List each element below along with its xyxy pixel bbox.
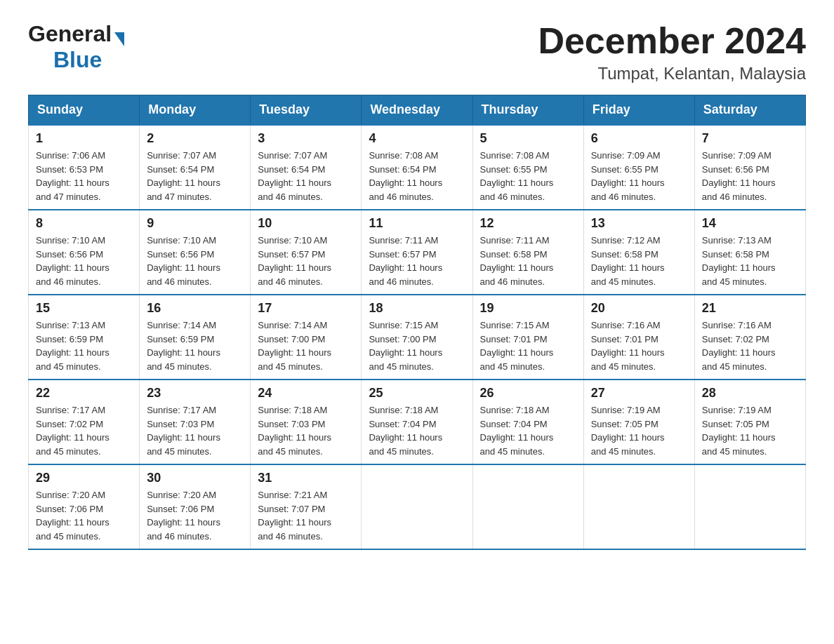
day-info: Sunrise: 7:20 AMSunset: 7:06 PMDaylight:…	[36, 488, 132, 543]
weekday-header-friday: Friday	[583, 95, 694, 126]
day-info: Sunrise: 7:09 AMSunset: 6:56 PMDaylight:…	[702, 149, 798, 203]
calendar-week-row: 8Sunrise: 7:10 AMSunset: 6:56 PMDaylight…	[29, 210, 806, 295]
day-number: 25	[369, 386, 465, 401]
day-info: Sunrise: 7:15 AMSunset: 7:00 PMDaylight:…	[369, 318, 465, 373]
day-number: 21	[702, 301, 798, 316]
empty-day-cell	[694, 464, 805, 549]
calendar-day-cell: 4Sunrise: 7:08 AMSunset: 6:54 PMDaylight…	[362, 125, 472, 210]
day-number: 13	[591, 216, 687, 231]
day-info: Sunrise: 7:11 AMSunset: 6:58 PMDaylight:…	[480, 234, 576, 288]
calendar-day-cell: 20Sunrise: 7:16 AMSunset: 7:01 PMDayligh…	[583, 295, 694, 380]
day-number: 27	[591, 386, 687, 401]
day-info: Sunrise: 7:16 AMSunset: 7:01 PMDaylight:…	[591, 318, 687, 373]
day-info: Sunrise: 7:20 AMSunset: 7:06 PMDaylight:…	[147, 488, 243, 543]
day-info: Sunrise: 7:07 AMSunset: 6:54 PMDaylight:…	[258, 149, 354, 203]
day-info: Sunrise: 7:13 AMSunset: 6:58 PMDaylight:…	[702, 234, 798, 288]
day-info: Sunrise: 7:21 AMSunset: 7:07 PMDaylight:…	[258, 488, 354, 543]
day-info: Sunrise: 7:06 AMSunset: 6:53 PMDaylight:…	[36, 149, 132, 203]
calendar-day-cell: 12Sunrise: 7:11 AMSunset: 6:58 PMDayligh…	[472, 210, 583, 295]
day-number: 5	[480, 131, 576, 146]
calendar-day-cell: 23Sunrise: 7:17 AMSunset: 7:03 PMDayligh…	[140, 380, 251, 464]
day-info: Sunrise: 7:08 AMSunset: 6:54 PMDaylight:…	[369, 149, 465, 203]
calendar-day-cell: 14Sunrise: 7:13 AMSunset: 6:58 PMDayligh…	[694, 210, 805, 295]
page-header: General Blue December 2024 Tumpat, Kelan…	[28, 21, 806, 83]
day-info: Sunrise: 7:14 AMSunset: 6:59 PMDaylight:…	[147, 318, 243, 373]
day-info: Sunrise: 7:17 AMSunset: 7:02 PMDaylight:…	[36, 403, 132, 458]
location-title: Tumpat, Kelantan, Malaysia	[538, 64, 806, 83]
empty-day-cell	[472, 464, 583, 549]
day-info: Sunrise: 7:11 AMSunset: 6:57 PMDaylight:…	[369, 234, 465, 288]
day-number: 28	[702, 386, 798, 401]
day-number: 3	[258, 131, 354, 146]
calendar-day-cell: 5Sunrise: 7:08 AMSunset: 6:55 PMDaylight…	[472, 125, 583, 210]
day-info: Sunrise: 7:10 AMSunset: 6:57 PMDaylight:…	[258, 234, 354, 288]
day-number: 22	[36, 386, 132, 401]
day-number: 23	[147, 386, 243, 401]
day-info: Sunrise: 7:07 AMSunset: 6:54 PMDaylight:…	[147, 149, 243, 203]
calendar-day-cell: 16Sunrise: 7:14 AMSunset: 6:59 PMDayligh…	[140, 295, 251, 380]
calendar-day-cell: 3Sunrise: 7:07 AMSunset: 6:54 PMDaylight…	[251, 125, 362, 210]
calendar-day-cell: 1Sunrise: 7:06 AMSunset: 6:53 PMDaylight…	[29, 125, 140, 210]
calendar-day-cell: 26Sunrise: 7:18 AMSunset: 7:04 PMDayligh…	[472, 380, 583, 464]
day-number: 4	[369, 131, 465, 146]
day-info: Sunrise: 7:10 AMSunset: 6:56 PMDaylight:…	[36, 234, 132, 288]
day-number: 30	[147, 471, 243, 485]
day-number: 9	[147, 216, 243, 231]
day-info: Sunrise: 7:18 AMSunset: 7:04 PMDaylight:…	[369, 403, 465, 458]
logo-general-text: General	[28, 21, 112, 47]
day-number: 26	[480, 386, 576, 401]
weekday-header-thursday: Thursday	[472, 95, 583, 126]
weekday-header-wednesday: Wednesday	[362, 95, 472, 126]
day-info: Sunrise: 7:10 AMSunset: 6:56 PMDaylight:…	[147, 234, 243, 288]
calendar-day-cell: 11Sunrise: 7:11 AMSunset: 6:57 PMDayligh…	[362, 210, 472, 295]
day-number: 8	[36, 216, 132, 231]
calendar-week-row: 1Sunrise: 7:06 AMSunset: 6:53 PMDaylight…	[29, 125, 806, 210]
day-info: Sunrise: 7:09 AMSunset: 6:55 PMDaylight:…	[591, 149, 687, 203]
day-number: 18	[369, 301, 465, 316]
calendar-day-cell: 8Sunrise: 7:10 AMSunset: 6:56 PMDaylight…	[29, 210, 140, 295]
empty-day-cell	[362, 464, 472, 549]
calendar-day-cell: 10Sunrise: 7:10 AMSunset: 6:57 PMDayligh…	[251, 210, 362, 295]
calendar-day-cell: 2Sunrise: 7:07 AMSunset: 6:54 PMDaylight…	[140, 125, 251, 210]
day-number: 17	[258, 301, 354, 316]
day-number: 7	[702, 131, 798, 146]
weekday-header-row: SundayMondayTuesdayWednesdayThursdayFrid…	[29, 95, 806, 126]
day-number: 31	[258, 471, 354, 485]
calendar-day-cell: 29Sunrise: 7:20 AMSunset: 7:06 PMDayligh…	[29, 464, 140, 549]
day-number: 6	[591, 131, 687, 146]
day-info: Sunrise: 7:13 AMSunset: 6:59 PMDaylight:…	[36, 318, 132, 373]
day-info: Sunrise: 7:16 AMSunset: 7:02 PMDaylight:…	[702, 318, 798, 373]
calendar-day-cell: 22Sunrise: 7:17 AMSunset: 7:02 PMDayligh…	[29, 380, 140, 464]
day-info: Sunrise: 7:19 AMSunset: 7:05 PMDaylight:…	[591, 403, 687, 458]
weekday-header-saturday: Saturday	[694, 95, 805, 126]
day-info: Sunrise: 7:19 AMSunset: 7:05 PMDaylight:…	[702, 403, 798, 458]
calendar-day-cell: 18Sunrise: 7:15 AMSunset: 7:00 PMDayligh…	[362, 295, 472, 380]
day-number: 20	[591, 301, 687, 316]
calendar-day-cell: 25Sunrise: 7:18 AMSunset: 7:04 PMDayligh…	[362, 380, 472, 464]
calendar-day-cell: 28Sunrise: 7:19 AMSunset: 7:05 PMDayligh…	[694, 380, 805, 464]
calendar-day-cell: 19Sunrise: 7:15 AMSunset: 7:01 PMDayligh…	[472, 295, 583, 380]
calendar-day-cell: 6Sunrise: 7:09 AMSunset: 6:55 PMDaylight…	[583, 125, 694, 210]
calendar-day-cell: 31Sunrise: 7:21 AMSunset: 7:07 PMDayligh…	[251, 464, 362, 549]
calendar-day-cell: 21Sunrise: 7:16 AMSunset: 7:02 PMDayligh…	[694, 295, 805, 380]
calendar-week-row: 29Sunrise: 7:20 AMSunset: 7:06 PMDayligh…	[29, 464, 806, 549]
day-info: Sunrise: 7:12 AMSunset: 6:58 PMDaylight:…	[591, 234, 687, 288]
logo: General Blue	[28, 21, 124, 73]
logo-triangle-icon	[114, 32, 124, 46]
calendar-day-cell: 27Sunrise: 7:19 AMSunset: 7:05 PMDayligh…	[583, 380, 694, 464]
day-number: 14	[702, 216, 798, 231]
day-info: Sunrise: 7:08 AMSunset: 6:55 PMDaylight:…	[480, 149, 576, 203]
calendar-table: SundayMondayTuesdayWednesdayThursdayFrid…	[28, 95, 806, 550]
calendar-week-row: 22Sunrise: 7:17 AMSunset: 7:02 PMDayligh…	[29, 380, 806, 464]
logo-blue-text: Blue	[53, 47, 102, 72]
calendar-day-cell: 30Sunrise: 7:20 AMSunset: 7:06 PMDayligh…	[140, 464, 251, 549]
day-number: 16	[147, 301, 243, 316]
day-number: 11	[369, 216, 465, 231]
day-number: 10	[258, 216, 354, 231]
calendar-day-cell: 24Sunrise: 7:18 AMSunset: 7:03 PMDayligh…	[251, 380, 362, 464]
day-info: Sunrise: 7:17 AMSunset: 7:03 PMDaylight:…	[147, 403, 243, 458]
day-info: Sunrise: 7:14 AMSunset: 7:00 PMDaylight:…	[258, 318, 354, 373]
day-number: 2	[147, 131, 243, 146]
day-number: 1	[36, 131, 132, 146]
day-info: Sunrise: 7:15 AMSunset: 7:01 PMDaylight:…	[480, 318, 576, 373]
